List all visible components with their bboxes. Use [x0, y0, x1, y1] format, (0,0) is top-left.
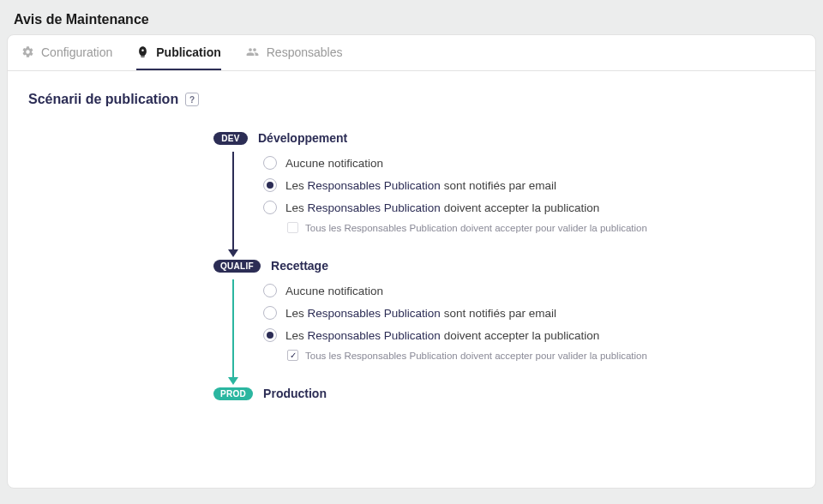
tab-responsables[interactable]: Responsables — [245, 35, 343, 70]
text: sont notifiés par email — [441, 179, 556, 192]
tab-publication[interactable]: Publication — [136, 35, 220, 70]
responsables-link[interactable]: Responsables Publication — [308, 307, 441, 320]
spacer — [213, 240, 815, 259]
stage-dev-title: Développement — [258, 131, 347, 145]
section-title: Scénarii de publication — [28, 92, 178, 107]
radio-icon — [263, 306, 277, 320]
radio-checked-icon — [263, 178, 277, 192]
radio-label: Les Responsables Publication doivent acc… — [285, 201, 599, 214]
qualif-option-none[interactable]: Aucune notification — [263, 279, 815, 302]
tabs: Configuration Publication Responsables — [8, 35, 815, 71]
radio-icon — [263, 284, 277, 297]
tab-label: Responsables — [267, 45, 343, 59]
tab-label: Configuration — [41, 45, 112, 59]
tab-configuration[interactable]: Configuration — [21, 35, 112, 70]
qualif-option-accept[interactable]: Les Responsables Publication doivent acc… — [263, 324, 815, 346]
arrow-line-qualif — [232, 279, 234, 378]
stage-dev-badge: DEV — [213, 132, 248, 145]
qualif-option-notify[interactable]: Les Responsables Publication sont notifi… — [263, 302, 815, 324]
arrow-down-icon — [228, 377, 238, 385]
dev-option-none[interactable]: Aucune notification — [263, 152, 815, 174]
radio-icon — [263, 156, 277, 170]
help-icon[interactable]: ? — [185, 93, 199, 106]
publication-flow: DEV Développement Aucune notification Le… — [8, 111, 815, 428]
radio-checked-icon — [263, 328, 277, 342]
stage-dev: DEV Développement Aucune notification Le… — [213, 131, 815, 240]
radio-icon — [263, 201, 277, 214]
radio-label: Aucune notification — [285, 157, 383, 170]
radio-label: Les Responsables Publication doivent acc… — [285, 329, 599, 342]
stage-dev-options: Aucune notification Les Responsables Pub… — [225, 152, 815, 240]
main-card: Configuration Publication Responsables S… — [7, 34, 816, 489]
spacer — [213, 368, 815, 387]
stage-prod-header: PROD Production — [213, 387, 815, 400]
dev-option-accept[interactable]: Les Responsables Publication doivent acc… — [263, 196, 815, 219]
stage-qualif-options: Aucune notification Les Responsables Pub… — [225, 279, 815, 368]
page-title: Avis de Maintenance — [14, 12, 809, 27]
stage-prod: PROD Production — [213, 387, 815, 400]
text: doivent accepter la publication — [441, 201, 599, 214]
page-header: Avis de Maintenance — [0, 0, 823, 34]
gear-icon — [21, 45, 34, 58]
stage-qualif: QUALIF Recettage Aucune notification Les… — [213, 259, 815, 368]
section-title-row: Scénarii de publication ? — [8, 71, 815, 111]
dev-option-notify[interactable]: Les Responsables Publication sont notifi… — [263, 174, 815, 196]
text: Les — [285, 329, 308, 342]
radio-label: Aucune notification — [285, 285, 383, 297]
qualif-all-accept-row[interactable]: Tous les Responsables Publication doiven… — [263, 346, 815, 368]
responsables-link[interactable]: Responsables Publication — [308, 179, 441, 192]
radio-label: Les Responsables Publication sont notifi… — [285, 307, 556, 320]
responsables-link[interactable]: Responsables Publication — [308, 329, 441, 342]
users-icon — [245, 45, 260, 58]
text: Les — [285, 307, 308, 320]
arrow-down-icon — [228, 249, 238, 257]
text: Les — [285, 179, 308, 192]
checkbox-checked-icon — [287, 350, 298, 361]
text: sont notifiés par email — [441, 307, 556, 320]
stage-qualif-header: QUALIF Recettage — [213, 259, 815, 273]
arrow-line-dev — [232, 152, 234, 250]
stage-qualif-title: Recettage — [271, 259, 328, 273]
radio-label: Les Responsables Publication sont notifi… — [285, 179, 556, 192]
text: doivent accepter la publication — [441, 329, 599, 342]
checkbox-label: Tous les Responsables Publication doiven… — [305, 351, 647, 361]
dev-all-accept-row[interactable]: Tous les Responsables Publication doiven… — [263, 219, 815, 240]
checkbox-icon — [287, 222, 298, 233]
rocket-icon — [136, 45, 149, 58]
responsables-link[interactable]: Responsables Publication — [308, 201, 441, 214]
stage-prod-title: Production — [263, 387, 327, 400]
tab-label: Publication — [156, 45, 220, 59]
stage-prod-badge: PROD — [213, 387, 253, 400]
text: Les — [285, 201, 308, 214]
checkbox-label: Tous les Responsables Publication doiven… — [305, 223, 647, 233]
stage-dev-header: DEV Développement — [213, 131, 815, 145]
stage-qualif-badge: QUALIF — [213, 260, 261, 273]
